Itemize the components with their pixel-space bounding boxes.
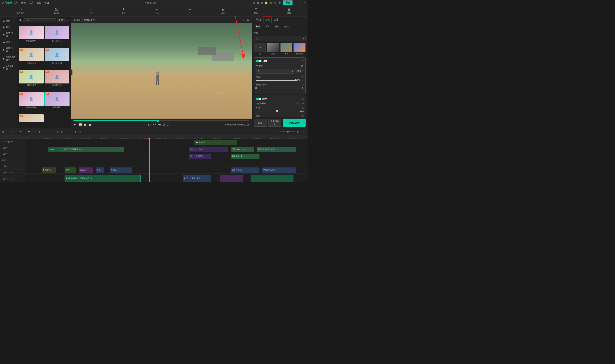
clip-graduation[interactable]: 毕业懒觉 - 预... — [231, 154, 259, 159]
tl-more-btn[interactable]: ⊕ — [74, 130, 77, 134]
rewind-btn[interactable]: ⏪ — [78, 123, 82, 127]
clip-university[interactable]: 概念大学 — [79, 168, 93, 173]
timeline-tracks[interactable]: 00:00 00:00:01:20 00:00:03:10 00:00:05:0… — [25, 135, 308, 182]
progress-handle[interactable] — [157, 119, 159, 122]
mark-out-btn[interactable]: } — [150, 123, 151, 126]
tl-cut-btn[interactable]: ✂ — [33, 130, 37, 134]
lut-preset-select[interactable]: 无 ▾ — [256, 69, 294, 74]
bell-icon[interactable]: 🔔 — [265, 1, 268, 4]
tl-settings-btn[interactable]: ≡ — [79, 130, 82, 134]
nav-newblue[interactable]: ▶ NewBlue插件 — [0, 54, 17, 63]
toolbar-filter[interactable]: ◉ 滤镜 — [220, 7, 226, 15]
export-button[interactable]: 导出 — [283, 0, 293, 5]
tl-grid-view-btn[interactable]: ⊞ — [302, 130, 306, 134]
nav-boris[interactable]: ▶ Boris插件 — [0, 63, 17, 72]
effect-item-6[interactable]: VIP 👤 纸张轮廓 04 — [19, 92, 44, 114]
clip-next-page[interactable]: ▶ 下一个页面 - 预览 ❤ — [183, 175, 211, 182]
menu-tools[interactable]: 工具 — [29, 1, 33, 4]
snap-btn[interactable]: ⊳⊲ — [153, 123, 156, 126]
track-speaker-2[interactable]: 🔊 — [3, 165, 6, 168]
play-btn[interactable]: ▶ — [84, 123, 87, 127]
image-icon[interactable]: 🖼 — [256, 1, 259, 4]
eyedrop-btn[interactable]: ✏ — [302, 102, 304, 105]
tl-zoom-handle[interactable] — [287, 131, 289, 133]
skin-diamond-btn[interactable]: ◇ — [302, 83, 303, 86]
track-eye-5[interactable]: 👁 — [6, 147, 8, 149]
fullscreen-btn[interactable]: ⛶ — [167, 123, 169, 126]
menu-view[interactable]: 视图 — [37, 1, 41, 4]
subtab-curves[interactable]: 曲线 — [273, 25, 281, 29]
lut-delete-btn[interactable]: 🗑 — [301, 65, 303, 67]
snapshot-btn[interactable]: 📷 — [158, 123, 161, 126]
preset-dropdown[interactable]: 默认 ▾ — [254, 36, 306, 41]
toolbar-audio[interactable]: ♪ 音频 — [87, 7, 94, 15]
track-row-1v[interactable]: ▶ 表演跳板特技的滑板运动员 VIP ▶ 下一个页面 - 预览 ❤ — [25, 174, 308, 182]
user-icon[interactable]: 👤 — [278, 1, 281, 4]
clip-black-bg[interactable]: 🔲 黑色背景 — [195, 140, 237, 145]
menu-edit[interactable]: 编辑 — [21, 1, 26, 4]
tl-text-btn[interactable]: T — [48, 130, 51, 134]
subtab-hsl[interactable]: HSL — [264, 25, 271, 29]
track-speaker-3[interactable]: 🔊 — [3, 159, 6, 161]
progress-bar[interactable] — [73, 120, 250, 121]
nav-border[interactable]: ▶ 边框 — [0, 39, 17, 45]
subtab-basic[interactable]: 基础 — [254, 25, 262, 29]
color-diamond-btn[interactable]: ◇ — [302, 98, 304, 100]
tl-redo-btn[interactable]: ↪ — [19, 130, 23, 134]
quality-selector[interactable]: 完整画质 ▾ — [82, 18, 96, 22]
toolbar-transition[interactable]: ↔ 转场 — [154, 7, 160, 15]
track-speaker-1v[interactable]: 🔊 — [3, 171, 6, 174]
close-button[interactable]: ✕ — [303, 1, 306, 4]
preset-none[interactable]: ○ — [254, 43, 266, 52]
track-row-2[interactable]: 女人爱平... 开书 概念大学 概念... 在黑板... — [25, 167, 308, 174]
tl-shape-btn[interactable]: □ — [52, 130, 55, 134]
toolbar-sticker[interactable]: 🏷 贴纸 — [253, 7, 259, 15]
track-eye-4[interactable]: 👁 — [6, 153, 8, 155]
tl-effects-btn[interactable]: ⊛ — [60, 130, 64, 134]
tint-diamond-btn[interactable]: ◇ — [302, 115, 304, 117]
minimize-button[interactable]: ─ — [295, 1, 297, 4]
tab-color[interactable]: 颜色 — [263, 16, 272, 23]
prev-frame-btn[interactable]: ⏮ — [73, 123, 76, 127]
effect-item-7[interactable]: VIP 👤 闪亮轮廓1 — [45, 92, 70, 114]
preset-bw[interactable] — [267, 43, 279, 52]
track-row-3[interactable] — [25, 160, 308, 167]
track-speaker-5[interactable]: 🔊 — [3, 147, 6, 149]
effect-item-8[interactable]: VIP — [19, 114, 44, 127]
save-preset-btn[interactable]: 保存为预设 — [283, 118, 306, 127]
track-row-6[interactable]: 🔲 黑色背景 — [25, 139, 308, 146]
toolbar-assets[interactable]: 🗂 我的素材 — [15, 7, 25, 15]
subtab-wheel[interactable]: 色轮 — [282, 25, 291, 29]
toolbar-text[interactable]: T 文字 — [121, 7, 127, 15]
lut-add-btn[interactable]: 添加 — [295, 69, 303, 73]
clip-light[interactable]: 追随光 / 忽近光 / 成为光 — [257, 147, 296, 152]
clip-newsem[interactable]: new sem — [48, 147, 62, 152]
grid-icon[interactable]: ⊞ — [269, 1, 272, 4]
track-eye-1v[interactable]: 👁 — [6, 171, 8, 174]
tl-crop-btn[interactable]: ⊕ — [38, 130, 42, 134]
clip-unknown[interactable]: 🎵 一个不认识的... — [189, 154, 212, 159]
nav-my[interactable]: ▶ 我的 — [0, 18, 17, 24]
effect-item-2[interactable]: VIP 👤 闪烁轮廓 6 — [19, 48, 44, 69]
track-row-5[interactable]: ✂ new sem 一/日/无/书/百事荒觉 VIP 🎵 READ / 万兴..… — [25, 146, 308, 153]
clip-office[interactable]: 离开办公室... — [231, 168, 259, 173]
clip-track1-4[interactable] — [251, 175, 294, 182]
effect-item-4[interactable]: VIP 👤 闪亮轮廓2 — [19, 70, 44, 91]
color-toggle[interactable] — [256, 98, 261, 100]
screen-icon[interactable]: ⊞ — [252, 1, 255, 4]
skin-handle[interactable] — [255, 87, 257, 89]
reset-btn[interactable]: 重置 — [254, 118, 267, 127]
tl-flip-btn[interactable]: ↕ — [56, 130, 59, 134]
track-eye-2[interactable]: 👁 — [6, 165, 8, 168]
nav-recommend[interactable]: ▶ 推荐 — [0, 24, 17, 30]
effects-filter-dropdown[interactable]: 全部 ▾ — [57, 18, 66, 23]
clip-download[interactable]: 下载 / WRITI VIP — [231, 147, 254, 152]
intensity-diamond-btn[interactable]: ◇ — [302, 76, 303, 78]
track-row-4[interactable]: 🎵 一个不认识的... 毕业懒觉 - 预... — [25, 153, 308, 160]
intensity-track[interactable] — [256, 80, 296, 81]
tl-delete-btn[interactable]: 🗑 — [27, 130, 31, 134]
collapse-panel-btn[interactable]: ‹ — [70, 69, 72, 75]
lut-diamond-btn[interactable]: ◇ — [302, 60, 303, 62]
lut-toggle[interactable] — [256, 60, 262, 62]
clip-read[interactable]: 🎵 READ / 万兴... — [189, 147, 228, 152]
